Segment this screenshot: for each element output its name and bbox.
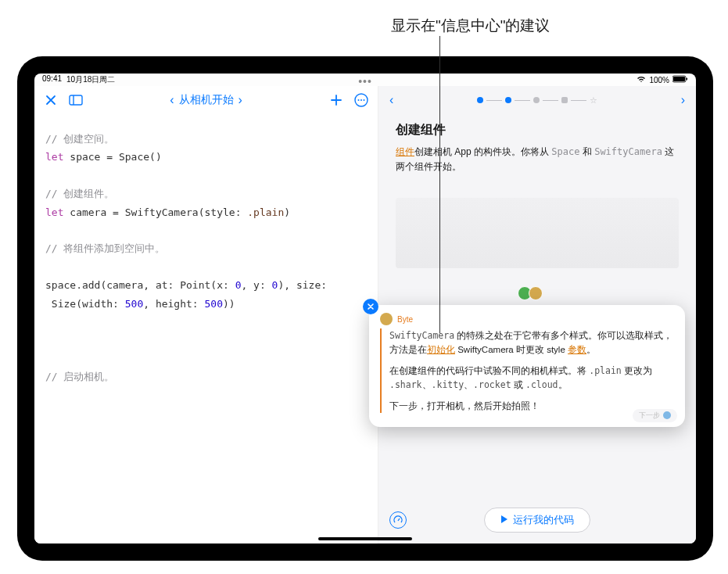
hint-text: 。: [586, 345, 596, 354]
hint-text: 或: [511, 380, 525, 389]
progress-step: [561, 97, 568, 103]
code-token: 500: [125, 298, 143, 310]
code-token: 500: [205, 298, 223, 310]
hint-text: 在创建组件的代码行中试验不同的相机样式。将: [389, 366, 589, 375]
code-token: let: [45, 206, 63, 218]
code-toolbar: ‹ 从相机开始 ›: [34, 86, 378, 114]
run-bar: 运行我的代码: [378, 508, 696, 533]
home-indicator[interactable]: [318, 537, 412, 540]
guide-text-span: 和: [579, 146, 594, 157]
progress-step: [477, 97, 483, 103]
progress-step: [505, 97, 511, 103]
status-date: 10月18日周二: [66, 74, 115, 85]
add-icon[interactable]: [328, 91, 345, 109]
svg-point-7: [360, 99, 362, 101]
hint-text: 更改为: [622, 366, 652, 375]
annotation-label: 显示在"信息中心"的建议: [391, 16, 550, 36]
guide-inline-code: Space: [551, 146, 579, 157]
more-icon[interactable]: [353, 91, 370, 109]
play-icon: [500, 515, 508, 526]
progress-line: [543, 100, 558, 101]
code-token: .plain: [247, 206, 284, 218]
hint-next-label: 下一步: [639, 411, 660, 421]
progress-line: [515, 100, 530, 101]
hint-body: SwiftyCamera 的特殊之处在于它带有多个样式。你可以选取样式，方法是在…: [380, 328, 674, 413]
code-token: Size(width:: [45, 298, 125, 310]
guide-content: 创建组件 组件创建相机 App 的构件块。你将从 Space 和 SwiftyC…: [378, 114, 696, 276]
ipad-device-frame: 09:41 10月18日周二 100% •••: [17, 56, 713, 561]
annotation-leader-line: [439, 36, 440, 333]
progress-step: ☆: [590, 95, 597, 106]
page-title: 从相机开始: [179, 93, 234, 107]
code-token: )): [223, 298, 235, 310]
code-token: space = Space(): [63, 151, 161, 163]
code-comment: // 将组件添加到空间中。: [45, 242, 165, 254]
guide-inline-code: SwiftyCamera: [594, 146, 662, 157]
hint-popup: Byte SwiftyCamera 的特殊之处在于它带有多个样式。你可以选取样式…: [369, 305, 685, 427]
code-comment: // 创建组件。: [45, 188, 114, 199]
svg-rect-2: [687, 78, 688, 81]
hint-link[interactable]: 初始化: [427, 345, 455, 354]
hint-text: 、: [464, 380, 473, 389]
hint-text: 、: [422, 380, 432, 389]
hint-inline-code: .rocket: [473, 379, 511, 390]
guide-back-icon[interactable]: ‹: [389, 93, 393, 107]
page-title-nav[interactable]: ‹ 从相机开始 ›: [92, 93, 320, 107]
battery-percent: 100%: [649, 76, 669, 84]
guide-pane: ‹ ☆ › 创建组件: [378, 86, 696, 544]
progress-indicator: ☆: [477, 95, 597, 106]
code-editor-pane: ‹ 从相机开始 › // 创建空间。 let: [34, 86, 378, 544]
guide-link[interactable]: 组件: [396, 146, 414, 157]
speedometer-icon[interactable]: [389, 511, 407, 529]
progress-line: [486, 100, 502, 101]
svg-rect-3: [70, 95, 82, 105]
avatar-icon: [529, 286, 543, 300]
hint-text: 。: [558, 380, 568, 389]
hint-inline-code: .plain: [589, 365, 622, 376]
avatar-small-icon: [663, 411, 671, 419]
guide-toolbar: ‹ ☆ ›: [378, 86, 696, 114]
hint-author: Byte: [397, 315, 413, 324]
hint-next-button[interactable]: 下一步: [633, 409, 677, 422]
progress-step: [533, 97, 540, 103]
guide-forward-icon[interactable]: ›: [681, 93, 685, 107]
hint-text: 下一步，打开相机，然后开始拍照！: [389, 399, 674, 413]
code-editor[interactable]: // 创建空间。 let space = Space() // 创建组件。 le…: [34, 114, 378, 544]
code-comment: // 启动相机。: [45, 371, 114, 382]
hint-inline-code: .kitty: [432, 379, 464, 390]
code-token: , height:: [143, 298, 204, 310]
battery-icon: [672, 75, 688, 84]
ipad-screen: 09:41 10月18日周二 100% •••: [34, 74, 696, 544]
close-hint-button[interactable]: [363, 299, 378, 314]
guide-title: 创建组件: [396, 122, 679, 138]
hint-inline-code: SwiftyCamera: [389, 330, 454, 341]
guide-text-span: 创建相机 App 的构件块。你将从: [414, 146, 551, 157]
code-token: , y:: [241, 279, 271, 291]
code-token: let: [45, 151, 63, 163]
progress-line: [571, 100, 586, 101]
code-token: ): [284, 206, 290, 218]
hint-inline-code: .cloud: [525, 379, 558, 390]
sidebar-toggle-icon[interactable]: [67, 91, 84, 109]
hint-text: SwiftyCamera 时更改 style: [455, 345, 568, 354]
close-icon[interactable]: [42, 91, 59, 109]
chevron-left-icon[interactable]: ‹: [170, 93, 174, 107]
byte-avatar-icon: [380, 313, 393, 325]
code-comment: // 创建空间。: [45, 133, 114, 145]
guide-illustration: [396, 198, 679, 268]
svg-line-9: [398, 518, 400, 521]
info-center-avatars[interactable]: [518, 286, 543, 300]
run-code-button[interactable]: 运行我的代码: [484, 508, 590, 533]
chevron-right-icon[interactable]: ›: [238, 93, 242, 107]
svg-point-8: [364, 99, 365, 101]
code-token: camera = SwiftyCamera(style:: [63, 206, 247, 218]
guide-body-text: 组件创建相机 App 的构件块。你将从 Space 和 SwiftyCamera…: [396, 145, 679, 174]
hint-inline-code: .shark: [389, 379, 422, 390]
run-button-label: 运行我的代码: [513, 513, 574, 527]
wifi-icon: [637, 75, 646, 84]
hint-link[interactable]: 参数: [568, 345, 586, 354]
status-time: 09:41: [42, 74, 62, 85]
svg-point-6: [358, 99, 360, 101]
svg-rect-1: [673, 77, 685, 81]
code-token: space.add(camera, at: Point(x:: [45, 279, 235, 291]
